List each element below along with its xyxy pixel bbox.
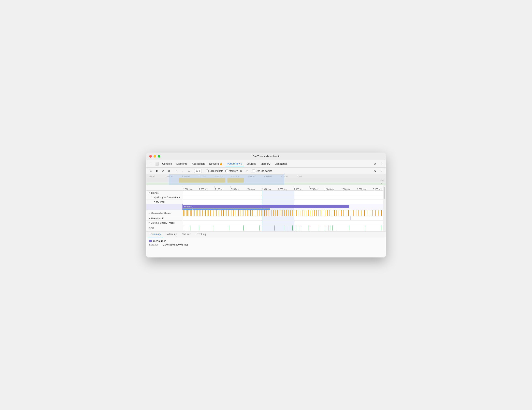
timeline-scrollbar[interactable] [383,185,386,231]
gpu-label[interactable]: GPU [146,225,183,231]
bottom-content: measure 2 Duration 1.00 s (self 500.08 m… [146,237,386,257]
reload-button[interactable]: ↺ [160,168,165,173]
main-thread-row: ▶ Main — about:blank [146,210,386,216]
window-title: DevTools - about:blank [253,155,279,158]
traffic-lights [149,155,160,158]
summary-title: measure 2 [149,239,383,243]
mini-viewport-selector[interactable] [169,174,284,185]
gpu-label-text: GPU [149,227,154,229]
memory-checkbox[interactable] [226,170,228,172]
memory-label[interactable]: Memory [229,170,238,172]
chrome-io-content [183,221,386,225]
main-thread-content [183,210,386,216]
nav-right-actions: ⚙ ⋮ [372,161,384,167]
selection-overlay-threadpool [262,216,294,220]
dim-label[interactable]: Dim 3rd parties [256,170,272,172]
thread-pool-content [183,216,386,220]
ruler-tick-12: 3,100 ms [373,188,381,191]
chrome-io-label[interactable]: ▶ Chrome_ChildIOThread [146,221,183,225]
main-time-ruler: 1,900 ms 2,000 ms 2,100 ms 2,200 ms 2,30… [146,185,386,191]
record-button[interactable]: ⏺ [154,168,159,173]
mini-tick-9: 5,000 [297,175,302,177]
minimize-button[interactable] [153,155,156,158]
memory-icon-button[interactable]: ⊞ [238,168,244,173]
ruler-tick-3: 2,200 ms [230,188,239,191]
measure1-bar-label: measure 1 [184,209,193,210]
selection-overlay-gpu [262,225,294,231]
my-track-row: ▼ My Track [146,200,386,204]
screenshots-checkbox[interactable] [206,170,209,172]
filter-button[interactable]: ⇌ [245,168,250,173]
screenshots-label[interactable]: Screenshots [209,170,223,172]
tab-console[interactable]: Console [160,162,174,166]
maximize-button[interactable] [158,155,160,158]
tab-performance[interactable]: Performance [225,161,244,166]
tab-summary[interactable]: Summary [148,232,163,237]
mini-tick-0: 500 ms [149,175,155,177]
clear-button[interactable]: ⊘ [166,168,171,173]
tab-application[interactable]: Application [190,162,207,166]
measure1-bar[interactable]: measure 1 [183,209,270,210]
measure2-row: measure 2 measure 1 [146,204,386,210]
my-group-content [183,195,386,199]
tab-event-log[interactable]: Event log [193,232,208,237]
settings-icon[interactable]: ⚙ [372,161,378,167]
tab-lighthouse[interactable]: Lighthouse [273,162,290,166]
thread-pool-label[interactable]: ▶ Thread pool [146,216,183,220]
mini-overview: 500 ms 1,000 ms 1,500 ms 2,000 ms 2,500 … [146,174,386,185]
timings-label-text: Timings [151,192,159,194]
measure2-bar[interactable]: measure 2 [183,205,349,208]
duration-value: 1.00 s (self 500.08 ms) [163,243,188,246]
tab-bottom-up[interactable]: Bottom-up [163,232,179,237]
tab-elements[interactable]: Elements [174,162,189,166]
more-icon[interactable]: ⋮ [378,161,384,167]
sidebar-toggle-button[interactable]: ☰ [148,168,153,173]
timings-label[interactable]: ▶ Timings [146,191,183,195]
main-thread-label[interactable]: ▶ Main — about:blank [146,210,183,216]
my-track-label[interactable]: ▼ My Track [146,200,183,204]
my-track-content [183,200,386,204]
home-button[interactable]: ⌂ [186,168,192,173]
timings-row: ▶ Timings [146,191,386,195]
cpu-label: CPU [380,178,384,182]
dim-checkbox[interactable] [252,170,255,172]
selection-overlay-io [262,221,294,225]
memory-checkbox-group: Memory [226,170,238,172]
recording-select[interactable]: #3 ▾ [194,169,202,173]
chrome-io-label-text: Chrome_ChildIOThread [151,222,175,224]
divider1 [173,169,173,173]
tab-memory[interactable]: Memory [258,162,272,166]
tab-sources[interactable]: Sources [245,162,258,166]
ruler-tick-10: 2,900 ms [341,188,350,191]
gpu-content [183,225,386,231]
device-icon[interactable]: ⬜ [154,161,160,167]
ruler-tick-5: 2,400 ms [262,188,271,191]
dropdown-icon: ▾ [199,170,200,172]
tab-call-tree[interactable]: Call tree [180,232,193,237]
timings-content [183,191,386,195]
upload-button[interactable]: ↑ [174,168,180,173]
tab-network[interactable]: Network [207,162,225,166]
inspect-icon[interactable]: ⊹ [148,161,154,167]
measure2-bar-label: measure 2 [184,206,193,208]
dim-checkbox-group: Dim 3rd parties [252,170,272,172]
gear-icon[interactable]: ⚙ [373,168,378,173]
performance-toolbar: ☰ ⏺ ↺ ⊘ ↑ ↓ ⌂ #3 ▾ Screenshots Memory ⊞ … [146,167,386,174]
ruler-tick-9: 2,800 ms [325,188,334,191]
thread-pool-label-text: Thread pool [151,217,163,219]
my-group-label[interactable]: ▼ My Group — Custom track [146,195,183,199]
cursor-line-threadpool [350,216,351,220]
bottom-tabs: Summary Bottom-up Call tree Event log [146,232,386,237]
selection-overlay-timings [262,191,294,195]
download-button[interactable]: ↓ [180,168,186,173]
close-button[interactable] [149,155,152,158]
measure2-row-label [146,204,183,210]
ruler-tick-7: 2,600 ms [294,188,302,191]
selection-overlay-mytrack [262,200,294,204]
timings-collapse-icon: ▶ [149,192,150,194]
divider3 [203,169,203,173]
help-icon[interactable]: ? [379,168,384,173]
thread-pool-row: ▶ Thread pool [146,216,386,221]
timeline-content[interactable]: 1,900 ms 2,000 ms 2,100 ms 2,200 ms 2,30… [146,185,386,231]
scrollbar-thumb[interactable] [384,187,385,199]
